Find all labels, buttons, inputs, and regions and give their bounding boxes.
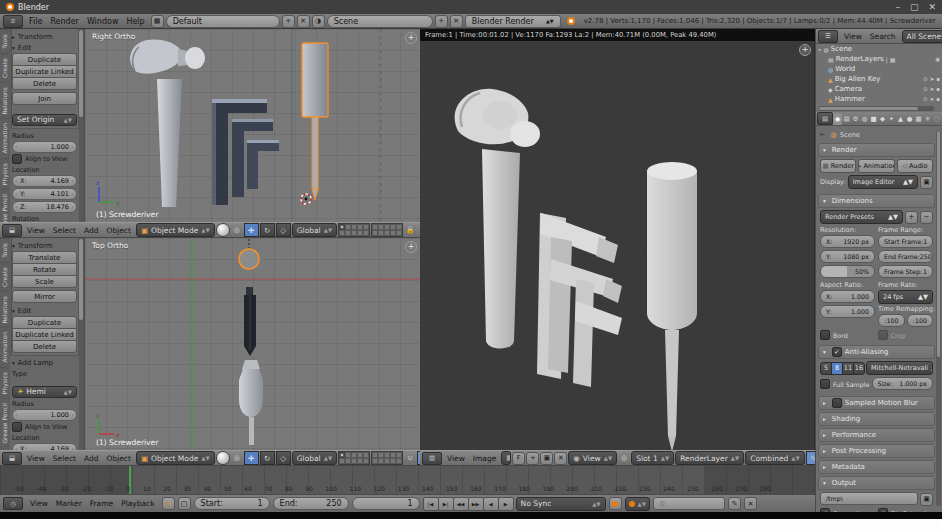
toolshelf-tab[interactable]: Animation <box>0 118 9 158</box>
renderability-camera-icon[interactable]: ▪ <box>936 96 940 102</box>
viewport-shading-icon[interactable] <box>216 223 230 237</box>
open-image-button[interactable]: ▣ <box>540 452 553 465</box>
menu-item[interactable]: Object <box>102 454 134 463</box>
unlink-image-button[interactable]: ✕ <box>554 452 567 465</box>
maximize-button[interactable]: ▢ <box>910 3 919 12</box>
frame-lock-icon[interactable]: ▢ <box>178 497 191 510</box>
aspect-field[interactable]: Y:1.000 <box>820 305 875 318</box>
image-editor-canvas[interactable]: + <box>420 41 815 450</box>
transform-button[interactable]: Scale <box>12 275 77 288</box>
frame-range-field[interactable]: Frame Step:1 <box>878 265 933 278</box>
layers-grid-2[interactable] <box>371 451 403 465</box>
renderability-camera-icon[interactable]: ▪ <box>936 86 940 92</box>
properties-tab[interactable]: ⚙ <box>851 113 860 125</box>
visibility-eye-icon[interactable]: ⊙ <box>923 76 928 82</box>
visibility-eye-icon[interactable]: ⊙ <box>923 96 928 102</box>
transform-orientation-select[interactable]: Global▲▼ <box>292 451 337 465</box>
outliner-row-renderlayers[interactable]: ▤ RenderLayers |▦ ◉ <box>816 54 942 64</box>
layers-grid-2[interactable] <box>371 223 403 237</box>
menu-item[interactable]: Frame <box>86 499 117 508</box>
menu-item[interactable]: Select <box>49 226 80 235</box>
snap-magnet-icon[interactable]: ∪ <box>404 452 416 464</box>
menu-item[interactable]: View <box>443 454 469 463</box>
region-expand-icon[interactable]: + <box>799 44 811 56</box>
editor-type-icon[interactable]: ▤ <box>817 112 833 125</box>
view-zoom-select[interactable]: ◉View▲▼ <box>568 451 617 465</box>
lamp-type-select[interactable]: ☀ Hemi▲▼ <box>12 386 77 398</box>
editor-type-icon[interactable]: ▥ <box>422 452 442 465</box>
manipulator-translate-icon[interactable]: ✛ <box>244 223 259 237</box>
delete-keyframe-icon[interactable]: ✕ <box>744 497 757 510</box>
properties-scrollbar[interactable] <box>936 130 941 506</box>
properties-tab[interactable]: ▦ <box>914 113 923 125</box>
fake-user-button[interactable]: F <box>512 452 525 465</box>
properties-tab[interactable]: ● <box>905 113 914 125</box>
menu-item[interactable]: View <box>23 454 49 463</box>
menu-item[interactable]: View <box>23 226 49 235</box>
menu-item[interactable]: View <box>26 499 52 508</box>
editor-type-icon[interactable]: ≡ <box>3 15 23 28</box>
preset-add-button[interactable]: + <box>905 211 918 224</box>
record-button[interactable] <box>609 497 622 510</box>
motion-blur-checkbox[interactable] <box>832 398 842 408</box>
radius-field[interactable]: 1.000 <box>12 141 77 153</box>
toolshelf-tab[interactable]: Create <box>0 53 9 82</box>
playback-button[interactable]: ◀ <box>483 497 499 511</box>
render-layer-select[interactable]: RenderLayer▲▼ <box>675 451 744 465</box>
toolshelf-tab[interactable]: Grease Pencil <box>0 398 9 448</box>
resolution-field[interactable]: Y:1080 px <box>820 250 875 263</box>
menu-item[interactable]: Object <box>102 226 134 235</box>
editor-type-icon[interactable]: ⬓ <box>2 452 22 465</box>
audio-button[interactable]: ◁Audio <box>897 159 933 173</box>
paint-mode-icon[interactable]: ✎ <box>806 451 815 465</box>
location-field[interactable]: X:4.169 <box>12 175 77 187</box>
layers-grid[interactable] <box>338 451 370 465</box>
properties-tab[interactable]: ■ <box>869 113 878 125</box>
menu-item[interactable]: Image <box>469 454 501 463</box>
edit-button[interactable]: Delete <box>12 340 77 353</box>
new-image-button[interactable]: + <box>526 452 539 465</box>
toolshelf-tab[interactable]: Physics <box>0 367 9 398</box>
manipulator-scale-icon[interactable]: ◇ <box>276 223 291 237</box>
preview-range-icon[interactable]: ◔ <box>162 497 175 510</box>
render-toggle-icon[interactable]: ◉ <box>935 56 940 62</box>
add-lamp-header[interactable]: Add Lamp <box>12 357 77 368</box>
scene-delete-button[interactable]: ✕ <box>450 15 463 28</box>
properties-tab[interactable]: ▤ <box>842 113 851 125</box>
menu-item[interactable]: File <box>25 17 46 26</box>
viewport-shading-icon[interactable] <box>216 451 230 465</box>
manipulator-rotate-icon[interactable]: ↻ <box>260 223 275 237</box>
playback-button[interactable]: ▶ <box>498 497 514 511</box>
timeline-tracks[interactable]: -50-40-30-20-100102030405060708090100110… <box>0 466 815 494</box>
mode-select[interactable]: ▣Object Mode▲▼ <box>136 223 215 237</box>
active-keying-set-field[interactable]: ⚿ <box>653 497 725 510</box>
minimize-button[interactable]: – <box>895 3 900 12</box>
selectability-arrow-icon[interactable]: ➤ <box>930 86 935 92</box>
transform-orientation-select[interactable]: Global▲▼ <box>292 223 337 237</box>
remap-new-field[interactable]: :100 <box>907 314 934 327</box>
animation-button[interactable]: ▶Animation <box>858 159 894 173</box>
frame-range-field[interactable]: Start Frame:1 <box>878 235 933 248</box>
resolution-field[interactable]: X:1920 px <box>820 235 875 248</box>
layers-grid[interactable] <box>338 223 370 237</box>
render-button[interactable]: ▦Render <box>820 159 856 173</box>
output-path-field[interactable]: /tmp\ <box>820 492 918 505</box>
resolution-scale-slider[interactable]: 50% <box>820 265 875 278</box>
panel-transform-header[interactable]: Transform <box>12 31 77 42</box>
menu-item[interactable]: Add <box>80 226 103 235</box>
pin-icon[interactable]: ✂ <box>818 129 827 141</box>
align-to-view-checkbox[interactable]: Align to View <box>12 422 77 432</box>
pivot-icon[interactable]: ◎ <box>618 452 630 464</box>
render-engine-select[interactable]: Blender Render▲▼ <box>465 15 561 28</box>
aa-samples-segment[interactable]: 58 1116 <box>820 362 864 375</box>
panel-performance[interactable]: Performance <box>818 428 935 442</box>
render-presets-select[interactable]: Render Presets▲▼ <box>820 210 903 224</box>
outliner-row-world[interactable]: ◍ World <box>816 64 942 74</box>
scene-field[interactable]: Scene <box>327 15 433 28</box>
panel-shading[interactable]: Shading <box>818 412 935 426</box>
region-expand-icon[interactable]: + <box>405 241 417 253</box>
render-pass-select[interactable]: Combined▲▼ <box>745 451 805 465</box>
outliner-hscrollbar[interactable] <box>818 106 934 111</box>
viewport-right-ortho[interactable]: yz Right Ortho (1) Screwderiver + <box>85 29 420 222</box>
properties-tab[interactable]: ✦ <box>887 113 896 125</box>
